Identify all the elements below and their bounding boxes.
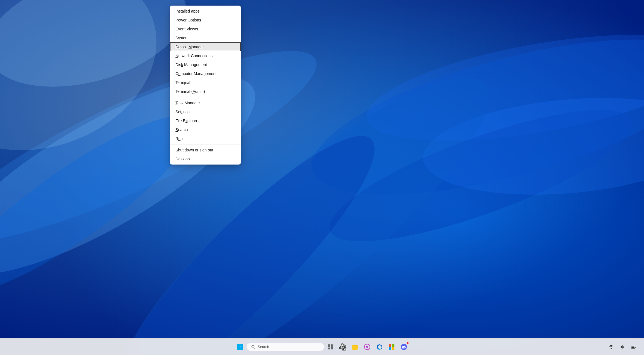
menu-item-network-connections[interactable]: Network Connections [170, 51, 241, 60]
menu-item-shut-down[interactable]: Shut down or sign out › [170, 146, 241, 154]
search-input-label: Search [258, 345, 269, 349]
taskbar-task-view-button[interactable] [324, 341, 336, 353]
taskbar-copilot-button[interactable] [361, 341, 373, 353]
taskbar-discord-button[interactable] [398, 341, 410, 353]
system-tray [606, 339, 638, 355]
network-icon [609, 344, 614, 349]
svg-rect-16 [331, 344, 333, 346]
menu-item-desktop[interactable]: Desktop [170, 154, 241, 163]
menu-item-task-manager[interactable]: Task Manager [170, 98, 241, 107]
zebra-icon: 🦓 [338, 343, 347, 351]
menu-item-settings[interactable]: Settings [170, 107, 241, 116]
svg-rect-18 [328, 348, 330, 349]
taskbar-microsoft-store-button[interactable] [386, 341, 398, 353]
svg-rect-30 [632, 346, 635, 348]
taskbar: Search 🦓 [0, 338, 644, 355]
discord-icon [401, 344, 407, 350]
menu-item-file-explorer[interactable]: File Explorer [170, 116, 241, 125]
svg-point-13 [252, 345, 254, 348]
taskbar-edge-button[interactable] [373, 341, 386, 353]
svg-rect-17 [331, 346, 333, 349]
file-explorer-icon [352, 344, 358, 350]
menu-item-search[interactable]: Search [170, 125, 241, 134]
svg-point-27 [611, 348, 612, 349]
battery-icon [631, 344, 636, 349]
menu-item-terminal[interactable]: Terminal [170, 78, 241, 87]
svg-rect-20 [352, 345, 355, 346]
volume-icon [620, 344, 625, 349]
windows-logo-icon [237, 344, 243, 350]
svg-rect-29 [635, 347, 636, 347]
taskbar-zebra-app[interactable]: 🦓 [336, 341, 349, 353]
menu-item-power-options[interactable]: Power Options [170, 16, 241, 25]
svg-rect-15 [328, 344, 330, 347]
search-icon [251, 345, 255, 349]
desktop: Installed apps Power Options Event Viewe… [0, 0, 644, 355]
svg-line-14 [254, 347, 255, 349]
copilot-icon [364, 344, 370, 350]
context-menu: Installed apps Power Options Event Viewe… [170, 6, 241, 165]
taskbar-search-bar[interactable]: Search [246, 343, 324, 351]
menu-item-disk-management[interactable]: Disk Management [170, 60, 241, 69]
microsoft-store-icon [389, 344, 395, 350]
svg-rect-24 [389, 347, 391, 350]
discord-notification-badge [407, 342, 409, 344]
menu-item-computer-management[interactable]: Computer Management [170, 69, 241, 78]
task-view-icon [328, 344, 333, 350]
svg-rect-25 [392, 347, 394, 350]
menu-item-installed-apps[interactable]: Installed apps [170, 7, 241, 16]
tray-battery-icon[interactable] [628, 342, 638, 352]
svg-rect-22 [389, 344, 391, 347]
submenu-chevron-icon: › [235, 149, 235, 152]
menu-item-system[interactable]: System [170, 33, 241, 42]
menu-item-terminal-admin[interactable]: Terminal (Admin) [170, 87, 241, 96]
tray-network-icon[interactable] [606, 342, 616, 352]
taskbar-file-explorer-button[interactable] [349, 341, 361, 353]
separator-1 [170, 97, 241, 97]
start-button[interactable] [234, 341, 246, 353]
menu-item-device-manager[interactable]: Device Manager [170, 42, 241, 51]
svg-rect-23 [392, 344, 394, 347]
separator-2 [170, 144, 241, 144]
menu-item-event-viewer[interactable]: Event Viewer [170, 25, 241, 33]
edge-icon [376, 344, 383, 350]
menu-item-run[interactable]: Run [170, 134, 241, 143]
tray-sound-icon[interactable] [617, 342, 627, 352]
